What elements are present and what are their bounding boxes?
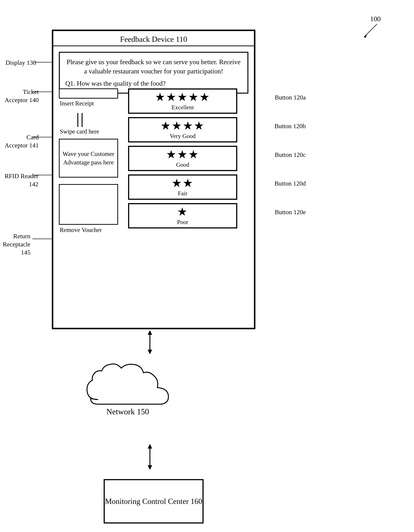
button-120b-container: ★★★★ Very Good Button 120b (128, 117, 254, 142)
svg-marker-9 (148, 350, 152, 354)
button-120a-label: Button 120a (275, 94, 306, 101)
button-120d[interactable]: ★★ Fair (128, 174, 237, 200)
stars-120b: ★★★★ (160, 120, 205, 132)
button-120b[interactable]: ★★★★ Very Good (128, 117, 237, 142)
network-label: Network 150 (106, 407, 149, 416)
svg-marker-12 (148, 465, 152, 470)
ticket-acceptor-label: TicketAcceptor 140 (5, 88, 39, 104)
button-120d-label: Button 120d (274, 180, 306, 187)
button-120c[interactable]: ★★★ Good (128, 146, 237, 171)
stars-120a: ★★★★★ (155, 91, 211, 103)
stars-120c: ★★★ (166, 149, 199, 160)
monitoring-control-center: Monitoring Control Center 160 (104, 479, 203, 523)
ticket-acceptor-slot (59, 88, 118, 99)
button-120a[interactable]: ★★★★★ Excellent (128, 88, 237, 114)
button-120c-label: Button 120c (275, 151, 306, 158)
network-monitoring-arrow (144, 444, 155, 470)
receptacle-connector (32, 239, 53, 239)
remove-voucher-label: Remove Voucher (60, 227, 129, 233)
card-connector (32, 137, 53, 137)
stars-120e: ★ (177, 206, 188, 218)
display-connector (34, 62, 53, 63)
monitoring-label: Monitoring Control Center 160 (105, 496, 202, 507)
diagram-container: 100 Feedback Device 110 Please give us y… (0, 7, 414, 532)
display-message: Please give us your feedback so we can s… (65, 57, 242, 76)
button-120d-container: ★★ Fair Button 120d (128, 174, 254, 200)
right-section: ★★★★★ Excellent Button 120a ★★★★ Very Go… (128, 88, 254, 232)
button-120e-container: ★ Poor Button 120e (128, 203, 254, 228)
card-line-1 (77, 113, 78, 127)
button-120a-container: ★★★★★ Excellent Button 120a (128, 88, 254, 114)
label-120b: Very Good (170, 133, 196, 140)
insert-receipt-label: Insert Receipt (60, 100, 129, 107)
return-receptacle-box (59, 184, 118, 225)
label-120d: Fair (178, 190, 187, 197)
label-120c: Good (176, 161, 189, 168)
display-label: Display 130 (6, 59, 36, 66)
stars-120d: ★★ (172, 177, 194, 189)
rfid-label: RFID Reader142 (5, 172, 38, 188)
ref-100: 100 (370, 15, 381, 23)
button-120b-label: Button 120b (274, 123, 306, 130)
card-acceptor-lines (77, 113, 129, 127)
network-cloud (80, 355, 176, 414)
network-section: Network 150 (80, 355, 176, 416)
swipe-card-label: Swipe card here (60, 128, 129, 135)
card-acceptor-label: CardAcceptor 141 (5, 133, 39, 150)
rfid-reader-box: Wave your Customer Advantage pass here (59, 139, 118, 178)
feedback-device-title: Feedback Device 110 (53, 31, 254, 46)
button-120c-container: ★★★ Good Button 120c (128, 146, 254, 171)
rfid-text: Wave your Customer Advantage pass here (60, 150, 117, 167)
button-120e-label: Button 120e (275, 209, 306, 216)
svg-line-0 (364, 24, 377, 37)
button-120e[interactable]: ★ Poor (128, 203, 237, 228)
device-network-arrow (144, 330, 155, 354)
ref-100-arrow (360, 22, 379, 39)
ticket-connector (32, 92, 53, 92)
label-120e: Poor (177, 219, 188, 226)
label-120a: Excellent (172, 104, 194, 111)
receptacle-label: ReturnReceptacle145 (3, 232, 30, 257)
display-area: Please give us your feedback so we can s… (59, 52, 248, 94)
feedback-device: Feedback Device 110 Please give us your … (52, 30, 255, 329)
display-question: Q1. How was the quality of the food? (65, 79, 242, 88)
card-line-2 (82, 113, 83, 127)
rfid-connector (33, 175, 53, 175)
left-section: Insert Receipt Swipe card here Wave your… (59, 88, 129, 233)
